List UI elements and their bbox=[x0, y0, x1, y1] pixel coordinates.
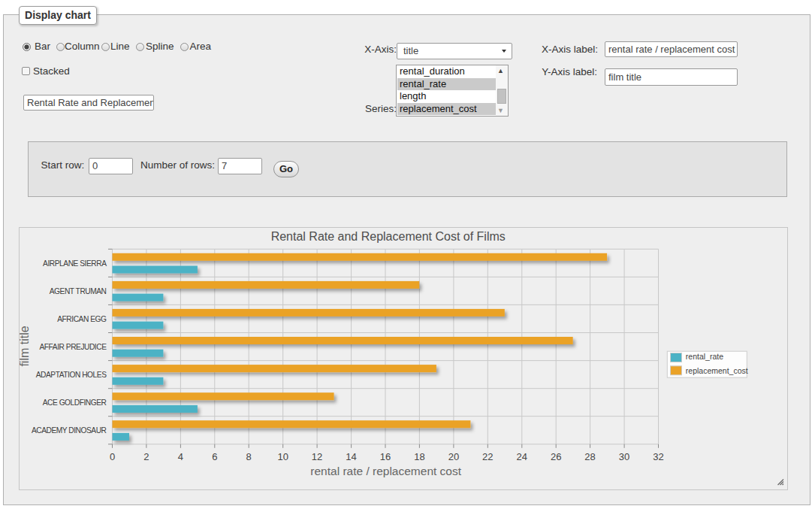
svg-text:AGENT TRUMAN: AGENT TRUMAN bbox=[50, 287, 107, 295]
svg-text:ACE GOLDFINGER: ACE GOLDFINGER bbox=[43, 398, 107, 407]
svg-text:6: 6 bbox=[212, 451, 217, 462]
svg-text:32: 32 bbox=[653, 451, 663, 462]
svg-text:ACADEMY DINOSAUR: ACADEMY DINOSAUR bbox=[32, 426, 107, 435]
svg-text:0: 0 bbox=[110, 451, 115, 462]
svg-text:30: 30 bbox=[619, 451, 629, 462]
svg-text:2: 2 bbox=[143, 451, 149, 462]
svg-text:26: 26 bbox=[551, 451, 561, 462]
svg-text:AIRPLANE SIERRA: AIRPLANE SIERRA bbox=[43, 259, 107, 268]
svg-text:AFFAIR PREJUDICE: AFFAIR PREJUDICE bbox=[39, 343, 107, 351]
svg-text:12: 12 bbox=[312, 451, 322, 462]
svg-text:rental rate / replacement cost: rental rate / replacement cost bbox=[310, 465, 461, 477]
svg-text:20: 20 bbox=[448, 451, 459, 462]
svg-text:rental_rate: rental_rate bbox=[686, 352, 723, 361]
svg-text:ADAPTATION HOLES: ADAPTATION HOLES bbox=[36, 371, 107, 379]
svg-text:AFRICAN EGG: AFRICAN EGG bbox=[57, 315, 107, 323]
svg-text:14: 14 bbox=[346, 451, 356, 462]
svg-text:16: 16 bbox=[380, 451, 391, 462]
svg-text:28: 28 bbox=[584, 451, 595, 462]
svg-text:8: 8 bbox=[246, 451, 252, 462]
svg-text:24: 24 bbox=[517, 451, 527, 462]
svg-text:film title: film title bbox=[20, 326, 31, 366]
svg-text:18: 18 bbox=[414, 451, 424, 462]
svg-text:4: 4 bbox=[178, 451, 183, 462]
svg-text:replacement_cost: replacement_cost bbox=[686, 366, 748, 375]
svg-text:Rental Rate and Replacement Co: Rental Rate and Replacement Cost of Film… bbox=[271, 230, 506, 243]
svg-text:22: 22 bbox=[482, 451, 493, 462]
svg-text:10: 10 bbox=[277, 451, 288, 462]
